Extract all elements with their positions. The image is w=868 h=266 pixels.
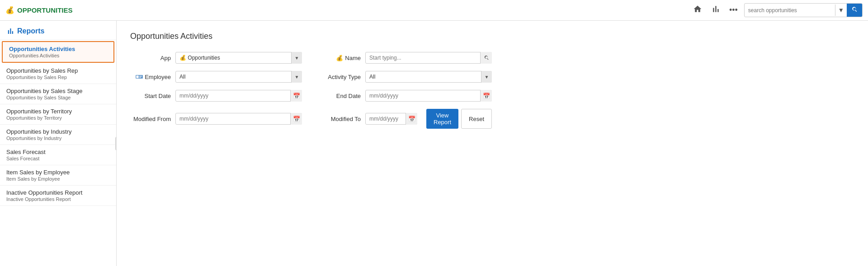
end-date-input-wrap: 📅 xyxy=(365,90,492,102)
sidebar-item-subtitle: Opportunities by Industry xyxy=(6,135,110,141)
app-label: App xyxy=(130,55,171,61)
sidebar-item-title: Item Sales by Employee xyxy=(6,169,110,176)
main-layout: Reports Opportunities Activities Opportu… xyxy=(0,21,868,266)
modified-to-calendar-icon[interactable]: 📅 xyxy=(406,113,417,125)
employee-label: Employee xyxy=(130,74,171,80)
sidebar-item-title: Opportunities Activities xyxy=(9,46,107,52)
modified-from-label: Modified From xyxy=(130,116,171,122)
sidebar-header: Reports xyxy=(0,21,116,40)
modified-from-input[interactable] xyxy=(175,113,302,125)
app-logo-icon: 💰 xyxy=(5,6,14,14)
home-icon xyxy=(693,5,702,14)
activity-type-select[interactable]: All xyxy=(365,71,492,83)
view-report-button[interactable]: View Report xyxy=(426,109,458,129)
home-button[interactable] xyxy=(690,3,705,18)
app-select-wrap: 💰 Opportunities ▼ xyxy=(175,52,302,64)
search-input[interactable] xyxy=(745,5,835,16)
sidebar-item-title: Opportunities by Sales Rep xyxy=(6,67,110,74)
barchart-icon xyxy=(711,5,720,14)
app-title: 💰 OPPORTUNITIES xyxy=(5,6,687,14)
name-input[interactable] xyxy=(365,52,492,64)
more-options-button[interactable]: ••• xyxy=(726,4,741,17)
modified-from-field-row: Modified From 📅 xyxy=(130,109,302,129)
sidebar-item-subtitle: Opportunities by Sales Stage xyxy=(6,95,110,100)
sidebar-item-subtitle: Opportunities Activities xyxy=(9,53,107,58)
sidebar-item-opportunities-by-territory[interactable]: Opportunities by Territory Opportunities… xyxy=(0,104,116,125)
activity-type-label: Activity Type xyxy=(320,74,361,80)
top-nav: 💰 OPPORTUNITIES ••• ▼ xyxy=(0,0,868,21)
end-date-input[interactable] xyxy=(365,90,492,102)
sidebar-item-title: Sales Forecast xyxy=(6,149,110,155)
app-select[interactable]: 💰 Opportunities xyxy=(175,52,302,64)
modified-to-field-row: Modified To 📅 View Report Reset xyxy=(320,109,492,129)
end-date-calendar-icon[interactable]: 📅 xyxy=(480,90,492,102)
start-date-label: Start Date xyxy=(130,93,171,99)
name-field-row: 💰 Name xyxy=(320,52,492,64)
modified-to-label: Modified To xyxy=(320,116,361,122)
sidebar-item-item-sales-by-employee[interactable]: Item Sales by Employee Item Sales by Emp… xyxy=(0,165,116,186)
sidebar-reports-icon xyxy=(6,27,14,35)
page-title: Opportunities Activities xyxy=(130,32,854,41)
modified-from-input-wrap: 📅 xyxy=(175,113,302,125)
svg-rect-2 xyxy=(139,76,142,76)
sidebar-item-title: Opportunities by Territory xyxy=(6,108,110,115)
nav-icons: ••• xyxy=(690,3,741,18)
sidebar-item-title: Opportunities by Sales Stage xyxy=(6,88,110,94)
name-input-wrap xyxy=(365,52,492,64)
start-date-field-row: Start Date 📅 xyxy=(130,90,302,102)
name-search-icon[interactable] xyxy=(480,52,492,64)
employee-card-icon xyxy=(136,74,143,79)
sidebar-item-title: Opportunities by Industry xyxy=(6,128,110,135)
activity-type-field-row: Activity Type All ▼ xyxy=(320,71,492,83)
employee-field-row: Employee All ▼ xyxy=(130,71,302,83)
activity-type-select-wrap: All ▼ xyxy=(365,71,492,83)
sidebar-collapse-handle[interactable]: ‹ xyxy=(115,137,117,150)
sidebar-item-opportunities-activities[interactable]: Opportunities Activities Opportunities A… xyxy=(2,41,114,63)
sidebar-item-subtitle: Inactive Opportunities Report xyxy=(6,196,110,202)
reports-button[interactable] xyxy=(708,3,723,18)
more-icon: ••• xyxy=(729,5,738,14)
svg-rect-3 xyxy=(139,77,141,78)
modified-to-input-wrap: 📅 xyxy=(365,113,417,125)
sidebar-item-opportunities-by-industry[interactable]: Opportunities by Industry Opportunities … xyxy=(0,125,116,145)
search-dropdown-button[interactable]: ▼ xyxy=(835,5,847,16)
start-date-calendar-icon[interactable]: 📅 xyxy=(290,90,302,102)
start-date-input[interactable] xyxy=(175,90,302,102)
modified-from-calendar-icon[interactable]: 📅 xyxy=(290,113,302,125)
svg-rect-1 xyxy=(137,75,139,78)
sidebar-title: Reports xyxy=(17,27,44,35)
app-field-row: App 💰 Opportunities ▼ xyxy=(130,52,302,64)
content-area: Opportunities Activities App 💰 Opportuni… xyxy=(117,21,868,266)
sidebar-item-inactive-opportunities-report[interactable]: Inactive Opportunities Report Inactive O… xyxy=(0,186,116,206)
sidebar-item-title: Inactive Opportunities Report xyxy=(6,189,110,196)
sidebar-item-subtitle: Opportunities by Sales Rep xyxy=(6,75,110,80)
sidebar-item-sales-forecast[interactable]: Sales Forecast Sales Forecast xyxy=(0,145,116,165)
sidebar-item-subtitle: Sales Forecast xyxy=(6,156,110,161)
employee-select-wrap: All ▼ xyxy=(175,71,302,83)
sidebar-item-subtitle: Opportunities by Territory xyxy=(6,115,110,121)
reset-button[interactable]: Reset xyxy=(461,109,492,129)
sidebar: Reports Opportunities Activities Opportu… xyxy=(0,21,117,266)
sidebar-item-subtitle: Item Sales by Employee xyxy=(6,176,110,182)
search-submit-icon xyxy=(851,6,858,13)
name-label: 💰 Name xyxy=(320,55,361,61)
end-date-label: End Date xyxy=(320,93,361,99)
name-money-bag-icon: 💰 xyxy=(336,55,343,61)
search-container: ▼ xyxy=(744,3,863,17)
employee-select[interactable]: All xyxy=(175,71,302,83)
search-submit-button[interactable] xyxy=(847,4,862,17)
end-date-field-row: End Date 📅 xyxy=(320,90,492,102)
sidebar-item-opportunities-by-sales-stage[interactable]: Opportunities by Sales Stage Opportuniti… xyxy=(0,84,116,104)
report-form: App 💰 Opportunities ▼ 💰 Name xyxy=(130,52,492,129)
start-date-input-wrap: 📅 xyxy=(175,90,302,102)
sidebar-item-opportunities-by-sales-rep[interactable]: Opportunities by Sales Rep Opportunities… xyxy=(0,64,116,84)
